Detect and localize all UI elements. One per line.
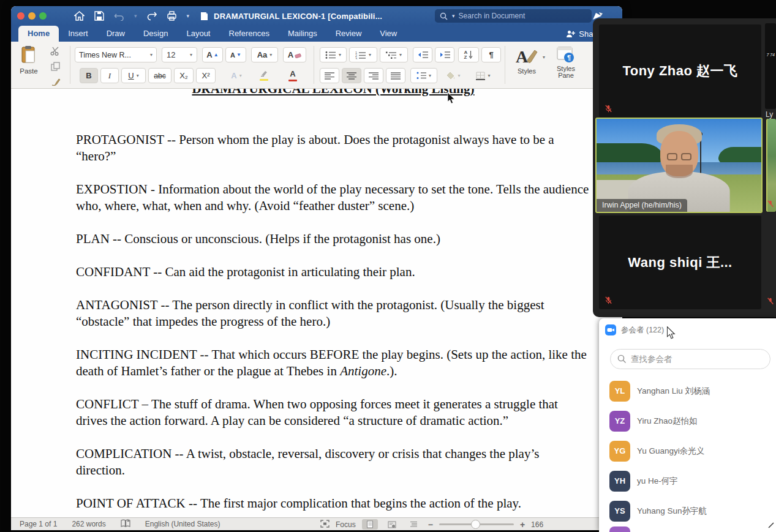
tab-references[interactable]: References — [220, 26, 279, 42]
styles-pane-button[interactable]: ¶ Styles Pane — [550, 47, 582, 79]
multilevel-list-button[interactable]: ▾ — [380, 47, 408, 62]
tab-draw[interactable]: Draw — [97, 26, 134, 42]
strikethrough-button[interactable]: abc — [148, 68, 171, 83]
page-count[interactable]: Page 1 of 1 — [20, 520, 57, 528]
align-center-button[interactable] — [342, 68, 361, 83]
document-canvas[interactable]: DRAMATURGICAL LEXICON (Working Listing) … — [11, 89, 622, 517]
borders-button[interactable]: ▾ — [469, 68, 497, 83]
format-painter-icon[interactable] — [51, 77, 61, 88]
panel-resize-handle[interactable] — [768, 520, 774, 531]
align-center-icon — [347, 72, 356, 80]
decrease-indent-button[interactable] — [413, 47, 432, 62]
styles-button[interactable]: A ▾ Styles — [511, 47, 543, 75]
font-size-select[interactable]: 12▾ — [162, 47, 197, 62]
text-effects-button[interactable]: A▾ — [224, 68, 249, 83]
web-layout-view-button[interactable] — [384, 519, 400, 530]
search-in-document[interactable]: ▾ — [435, 9, 592, 23]
participant-row[interactable]: YLYanghan Liu 刘杨涵 — [599, 376, 776, 406]
superscript-button[interactable]: X² — [196, 68, 216, 83]
word-count[interactable]: 262 words — [72, 520, 105, 528]
italic-button[interactable]: I — [100, 68, 119, 83]
tab-home[interactable]: Home — [18, 26, 59, 42]
cut-icon[interactable] — [50, 47, 61, 58]
paste-button[interactable]: Paste — [15, 45, 43, 75]
print-layout-view-button[interactable] — [362, 519, 378, 530]
window-title: DRAMATURGIAL LEXICON-1 [Compatibili... — [214, 12, 382, 21]
zoom-slider[interactable] — [439, 523, 514, 525]
font-name-select[interactable]: Times New R...▾ — [75, 47, 157, 62]
participant-row[interactable]: YSYuhang Sun孙宇航 — [599, 496, 776, 526]
copy-icon[interactable] — [51, 62, 60, 73]
underline-button[interactable]: U▾ — [121, 68, 146, 83]
participant-row[interactable]: YZYiru Zhao赵怡如 — [599, 406, 776, 436]
minimize-window-button[interactable] — [28, 12, 36, 20]
clear-formatting-button[interactable]: A — [283, 47, 306, 62]
shading-button[interactable]: ▾ — [441, 68, 465, 83]
bullet-list-button[interactable]: ▾ — [320, 47, 347, 62]
subscript-button[interactable]: X₂ — [174, 68, 194, 83]
document-icon — [198, 10, 209, 21]
tab-insert[interactable]: Insert — [59, 26, 97, 42]
undo-icon[interactable] — [114, 10, 125, 21]
align-right-button[interactable] — [364, 68, 383, 83]
numbered-list-button[interactable]: 123▾ — [349, 47, 377, 62]
increase-indent-button[interactable] — [435, 47, 454, 62]
save-icon[interactable] — [94, 10, 105, 21]
spellcheck-icon[interactable] — [121, 519, 130, 529]
home-icon[interactable] — [73, 10, 85, 21]
print-icon[interactable] — [167, 10, 178, 21]
video-tile-cutoff-video[interactable] — [766, 119, 776, 212]
zoom-video-gallery: Tony Zhao 赵一飞 Irwin Appel (he/him/his) — [593, 18, 776, 317]
video-tile-wang-shiqi[interactable]: Wang shiqi 王... — [599, 215, 761, 309]
video-tile-irwin-appel[interactable]: Irwin Appel (he/him/his) — [595, 118, 763, 213]
decrease-indent-icon — [418, 51, 428, 59]
tab-layout[interactable]: Layout — [177, 26, 219, 42]
window-title-group: DRAMATURGIAL LEXICON-1 [Compatibili... — [198, 10, 382, 21]
participant-search-input[interactable] — [631, 354, 747, 364]
participant-avatar: YH — [609, 471, 630, 492]
show-paragraph-marks-button[interactable]: ¶ — [481, 47, 501, 62]
zoom-percentage[interactable]: 166 — [531, 520, 543, 529]
toolbar-more-icon[interactable]: ▾ — [187, 13, 190, 19]
bold-button[interactable]: B — [80, 68, 98, 83]
justify-button[interactable] — [386, 68, 405, 83]
line-spacing-button[interactable]: ▾ — [410, 68, 437, 83]
tab-view[interactable]: View — [371, 26, 406, 42]
video-tile-cutoff[interactable] — [765, 23, 776, 109]
tab-mailings[interactable]: Mailings — [279, 26, 326, 42]
zoom-out-button[interactable]: − — [428, 520, 433, 530]
word-titlebar: ▾ ▾ DRAMATURGIAL LEXICON-1 [Compatibili.… — [11, 6, 622, 26]
sort-button[interactable]: AZ — [458, 47, 479, 62]
focus-toggle[interactable]: Focus — [336, 520, 356, 529]
undo-dropdown-icon[interactable]: ▾ — [134, 13, 137, 19]
line-spacing-icon — [416, 72, 426, 80]
align-left-icon — [325, 72, 334, 80]
zoom-in-button[interactable]: + — [520, 520, 525, 530]
redo-icon[interactable] — [146, 10, 157, 21]
document-paragraph: ANTAGONIST -- The person directly in con… — [76, 297, 590, 330]
participant-row[interactable]: YGYu Guangyi余光义 — [599, 436, 776, 466]
zoom-slider-knob[interactable] — [471, 520, 480, 529]
document-paragraph: PLAN -- Conscious or unconscious. (Helps… — [76, 231, 590, 247]
tab-design[interactable]: Design — [134, 26, 177, 42]
tab-review[interactable]: Review — [326, 26, 371, 42]
search-icon — [440, 12, 448, 20]
grow-font-button[interactable]: A▲ — [202, 47, 223, 62]
align-left-button[interactable] — [320, 68, 339, 83]
language-indicator[interactable]: English (United States) — [145, 520, 220, 528]
close-window-button[interactable] — [17, 12, 24, 20]
zoom-window-button[interactable] — [39, 12, 47, 20]
search-input[interactable] — [459, 12, 563, 20]
change-case-button[interactable]: Aa▾ — [251, 47, 278, 62]
highlight-button[interactable] — [251, 68, 277, 83]
outline-view-button[interactable] — [406, 519, 422, 530]
video-tile-tony-zhao[interactable]: Tony Zhao 赵一飞 — [599, 24, 761, 118]
participant-row[interactable]: YHyu He-何宇 — [599, 466, 776, 496]
shrink-font-button[interactable]: A▼ — [225, 47, 246, 62]
status-bar: Page 1 of 1 262 words English (United St… — [11, 517, 622, 530]
search-scope-dropdown-icon[interactable]: ▾ — [452, 13, 455, 19]
mic-muted-icon — [604, 104, 613, 113]
font-color-button[interactable]: A — [279, 68, 306, 83]
participant-search[interactable] — [610, 349, 770, 369]
document-heading-clipped: DRAMATURGICAL LEXICON (Working Listing) — [76, 89, 590, 99]
